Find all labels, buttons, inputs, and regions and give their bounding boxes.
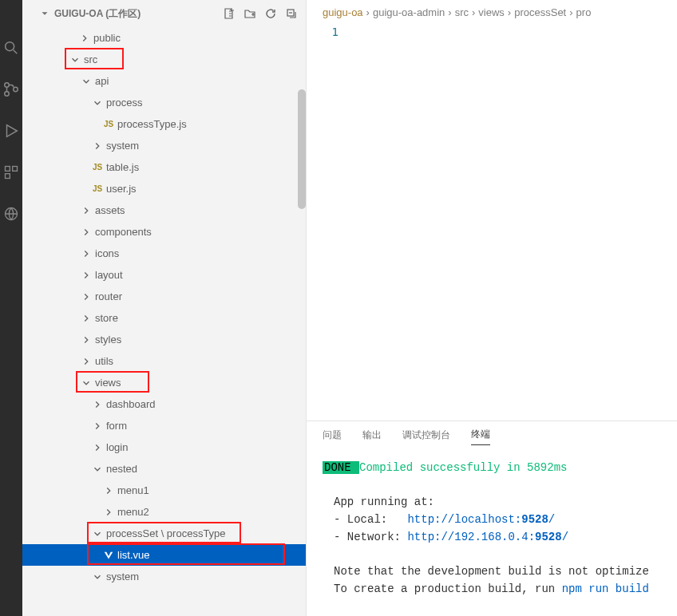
tree-item-label: processType.js bbox=[117, 118, 187, 130]
tree-item[interactable]: public bbox=[22, 27, 306, 49]
tree-item[interactable]: src bbox=[22, 49, 306, 70]
terminal-panel: 问题 输出 调试控制台 终端 DONE Compiled successfull… bbox=[307, 421, 677, 616]
breadcrumb-segment[interactable]: pro bbox=[576, 6, 592, 18]
svg-line-1 bbox=[14, 50, 18, 54]
chevron-right-icon bbox=[91, 441, 104, 454]
tree-item-label: layout bbox=[95, 269, 123, 281]
tree-item-label: nested bbox=[106, 463, 137, 475]
new-folder-icon[interactable] bbox=[243, 7, 256, 20]
terminal-body[interactable]: DONE Compiled successfully in 5892ms App… bbox=[307, 452, 677, 616]
tree-item[interactable]: list.vue bbox=[22, 544, 306, 566]
tree-item[interactable]: process bbox=[22, 92, 306, 113]
tree-item[interactable]: JSprocessType.js bbox=[22, 113, 306, 135]
breadcrumb-segment[interactable]: guigu-oa bbox=[323, 6, 363, 18]
note-line-1: Note that the development build is not o… bbox=[323, 563, 661, 581]
tree-item[interactable]: views bbox=[22, 372, 306, 393]
tree-item-label: assets bbox=[95, 204, 125, 216]
tree-item-label: list.vue bbox=[117, 549, 149, 561]
tree-item-label: processSet \ processType bbox=[106, 527, 226, 539]
editor-body[interactable]: 1 bbox=[307, 18, 677, 421]
network-label: - Network: bbox=[334, 531, 407, 543]
editor-content[interactable] bbox=[353, 26, 677, 421]
tree-item-label: menu2 bbox=[117, 506, 149, 518]
new-file-icon[interactable] bbox=[223, 7, 236, 20]
svg-rect-6 bbox=[6, 167, 10, 172]
chevron-down-icon bbox=[91, 571, 104, 583]
tree-item[interactable]: nested bbox=[22, 458, 306, 480]
chevron-right-icon bbox=[80, 334, 93, 346]
svg-rect-7 bbox=[13, 167, 18, 172]
tree-item-label: form bbox=[106, 420, 127, 432]
tree-item[interactable]: assets bbox=[22, 199, 306, 221]
svg-point-4 bbox=[14, 87, 18, 92]
chevron-down-icon[interactable] bbox=[38, 7, 51, 20]
chevron-right-icon bbox=[80, 226, 93, 239]
tree-item[interactable]: processSet \ processType bbox=[22, 523, 306, 544]
breadcrumb-segment[interactable]: src bbox=[455, 6, 469, 18]
tree-item-label: utils bbox=[95, 355, 113, 367]
chevron-right-icon bbox=[80, 269, 93, 282]
editor-area: guigu-oa›guigu-oa-admin›src›views›proces… bbox=[307, 0, 677, 616]
tree-item[interactable]: store bbox=[22, 307, 306, 329]
tree-item[interactable]: form bbox=[22, 415, 306, 436]
chevron-right-icon bbox=[80, 355, 93, 368]
tree-item-label: table.js bbox=[106, 161, 139, 173]
tree-item[interactable]: api bbox=[22, 70, 306, 92]
tree-item-label: login bbox=[106, 441, 128, 453]
chevron-right-icon bbox=[78, 32, 91, 45]
tree-item[interactable]: dashboard bbox=[22, 393, 306, 415]
tab-debug[interactable]: 调试控制台 bbox=[402, 428, 450, 445]
refresh-icon[interactable] bbox=[264, 7, 277, 20]
chevron-right-icon: › bbox=[472, 6, 475, 18]
tree-item[interactable]: menu1 bbox=[22, 480, 306, 501]
tree-item[interactable]: login bbox=[22, 436, 306, 458]
chevron-right-icon: › bbox=[448, 6, 451, 18]
tree-item-label: icons bbox=[95, 247, 119, 259]
tree-item-label: public bbox=[93, 32, 121, 44]
source-control-icon[interactable] bbox=[2, 80, 21, 99]
tree-item-label: components bbox=[95, 226, 152, 238]
breadcrumb[interactable]: guigu-oa›guigu-oa-admin›src›views›proces… bbox=[307, 0, 677, 18]
tree-item[interactable]: JStable.js bbox=[22, 156, 306, 178]
sidebar-header: GUIGU-OA (工作区) bbox=[22, 0, 306, 27]
local-url-prefix: http://localhost: bbox=[407, 513, 521, 526]
tab-output[interactable]: 输出 bbox=[362, 428, 382, 445]
tree-item[interactable]: icons bbox=[22, 243, 306, 264]
chevron-down-icon bbox=[91, 527, 104, 540]
tree-item[interactable]: components bbox=[22, 221, 306, 243]
tree-item[interactable]: layout bbox=[22, 264, 306, 286]
note-line-2a: To create a production build, run bbox=[334, 582, 562, 595]
local-port: 9528 bbox=[521, 513, 548, 526]
tree-item[interactable]: JSuser.js bbox=[22, 178, 306, 199]
tree-item[interactable]: system bbox=[22, 566, 306, 587]
chevron-right-icon bbox=[80, 312, 93, 325]
tree-item[interactable]: utils bbox=[22, 350, 306, 372]
extensions-icon[interactable] bbox=[2, 163, 21, 182]
file-tree: publicsrcapiprocessJSprocessType.jssyste… bbox=[22, 27, 306, 616]
tree-item[interactable]: router bbox=[22, 286, 306, 307]
tree-item[interactable]: system bbox=[22, 135, 306, 156]
activity-bar bbox=[0, 0, 22, 616]
done-badge: DONE bbox=[323, 461, 359, 474]
tab-terminal[interactable]: 终端 bbox=[471, 428, 490, 445]
breadcrumb-segment[interactable]: views bbox=[478, 6, 505, 18]
running-label: App running at: bbox=[323, 494, 661, 511]
search-icon[interactable] bbox=[2, 38, 21, 57]
remote-icon[interactable] bbox=[2, 204, 21, 223]
local-slash: / bbox=[548, 513, 555, 526]
chevron-right-icon: › bbox=[569, 6, 572, 18]
tree-item[interactable]: styles bbox=[22, 329, 306, 350]
breadcrumb-segment[interactable]: guigu-oa-admin bbox=[373, 6, 445, 18]
tree-item-label: views bbox=[95, 377, 121, 389]
terminal-tabs: 问题 输出 调试控制台 终端 bbox=[307, 421, 677, 452]
chevron-right-icon: › bbox=[366, 6, 370, 18]
chevron-down-icon bbox=[80, 75, 93, 88]
breadcrumb-segment[interactable]: processSet bbox=[514, 6, 566, 18]
tab-problems[interactable]: 问题 bbox=[323, 428, 342, 445]
collapse-all-icon[interactable] bbox=[285, 7, 298, 20]
svg-point-0 bbox=[6, 42, 14, 51]
run-debug-icon[interactable] bbox=[2, 121, 21, 140]
compiled-msg: Compiled successfully in 5892ms bbox=[359, 461, 567, 474]
tree-item[interactable]: menu2 bbox=[22, 501, 306, 523]
chevron-right-icon bbox=[80, 204, 93, 217]
